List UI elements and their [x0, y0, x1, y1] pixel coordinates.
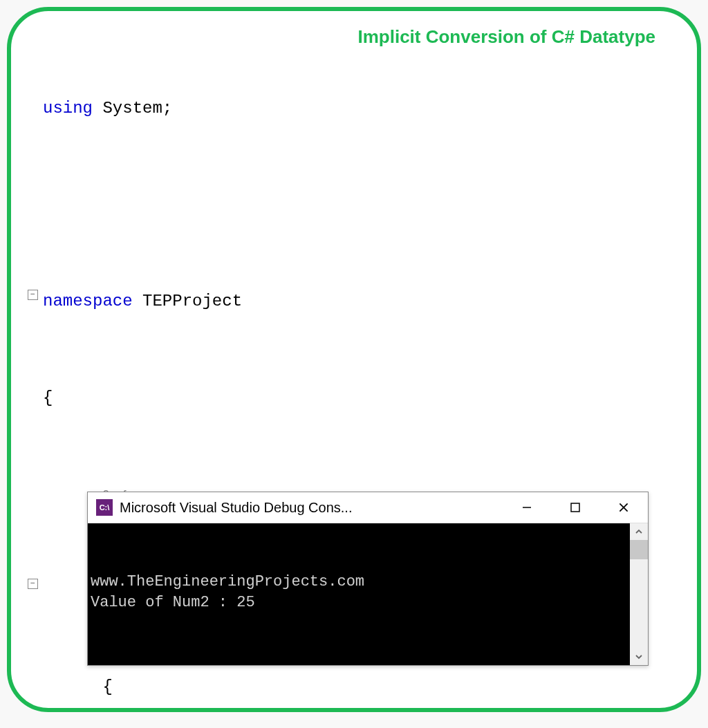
- scroll-thumb[interactable]: [630, 540, 648, 559]
- minimize-button[interactable]: [503, 492, 551, 523]
- console-app-icon: C:\: [96, 499, 113, 516]
- maximize-button[interactable]: [551, 492, 599, 523]
- window-titlebar[interactable]: C:\ Microsoft Visual Studio Debug Cons..…: [88, 492, 648, 523]
- debug-console-window: C:\ Microsoft Visual Studio Debug Cons..…: [87, 492, 649, 666]
- scroll-down-icon[interactable]: [630, 648, 648, 665]
- scroll-track[interactable]: [630, 540, 648, 648]
- console-output[interactable]: www.TheEngineeringProjects.com Value of …: [88, 523, 630, 665]
- scrollbar-vertical[interactable]: [630, 523, 648, 665]
- close-button[interactable]: [599, 492, 648, 523]
- svg-rect-1: [571, 503, 579, 512]
- keyword-using: using: [43, 99, 93, 118]
- fold-toggle-icon[interactable]: −: [28, 579, 38, 589]
- keyword-namespace: namespace: [43, 292, 133, 310]
- code-frame: Implicit Conversion of C# Datatype using…: [7, 7, 701, 712]
- scroll-up-icon[interactable]: [630, 523, 648, 540]
- window-title-text: Microsoft Visual Studio Debug Cons...: [120, 500, 503, 516]
- fold-toggle-icon[interactable]: −: [28, 290, 38, 300]
